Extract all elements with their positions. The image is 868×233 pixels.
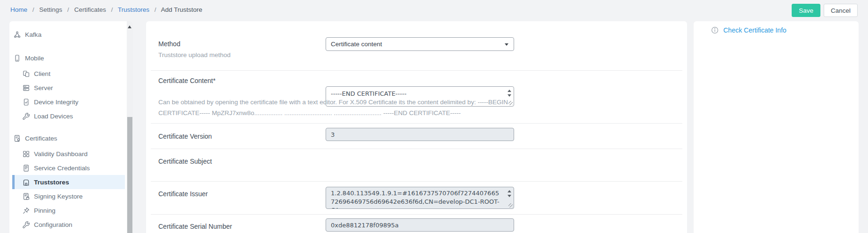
scroll-up-icon[interactable]	[508, 90, 511, 92]
check-certificate-info-link[interactable]: Check Certificate Info	[711, 26, 786, 34]
certificate-serial-value: 0xde8812178f09895a	[331, 222, 399, 229]
sidebar-item-load-devices[interactable]: Load Devices	[12, 109, 125, 123]
sidebar-item-label: Load Devices	[34, 113, 73, 120]
certificate-info-panel: Check Certificate Info	[694, 21, 859, 233]
certificate-subject-value: 1.2.840.113549.1.9.1=#1616737570706f7274…	[326, 187, 501, 209]
certificate-version-label: Certificate Version	[158, 133, 212, 140]
sidebar-item-label: Service Credentials	[34, 165, 90, 172]
sidebar-item-truststores[interactable]: Truststores	[12, 175, 125, 189]
breadcrumb-certificates: Certificates	[74, 6, 106, 13]
scroll-down-icon	[508, 195, 511, 197]
sidebar-item-label: Truststores	[34, 179, 69, 186]
divider	[151, 181, 682, 182]
sidebar-nav: Kafka Mobile Client Server Device Integr…	[9, 21, 133, 232]
divider	[151, 149, 682, 149]
header-actions: Save Cancel	[792, 4, 858, 17]
wrench-icon	[22, 221, 30, 229]
sidebar-item-label: Signing Keystore	[34, 193, 82, 200]
certificate-content-label: Certificate Content*	[158, 77, 215, 84]
breadcrumb-current-page: Add Truststore	[161, 6, 203, 13]
sidebar-item-label: Pinning	[34, 207, 56, 214]
method-select-value: Certificate content	[331, 41, 382, 48]
sidebar-item-label: Configuration	[34, 221, 72, 228]
sidebar-item-validity-dashboard[interactable]: Validity Dashboard	[12, 147, 125, 161]
divider	[151, 123, 682, 124]
certificate-issuer-label: Certificate Issuer	[158, 190, 208, 198]
info-icon	[711, 26, 719, 34]
check-certificate-info-label: Check Certificate Info	[723, 26, 786, 34]
save-button[interactable]: Save	[792, 4, 820, 17]
method-label: Method	[158, 40, 180, 48]
breadcrumb-separator: /	[155, 6, 156, 13]
scrollbar-thumb[interactable]	[127, 117, 132, 233]
sidebar-item-label: Kafka	[25, 31, 41, 38]
sidebar-item-device-integrity[interactable]: Device Integrity	[12, 95, 125, 109]
certificate-version-input: 3	[326, 128, 514, 141]
breadcrumb: Home / Settings / Certificates / Trustst…	[10, 6, 202, 13]
breadcrumb-separator: /	[67, 6, 69, 13]
kafka-icon	[13, 31, 21, 39]
certificate-subject-textarea: 1.2.840.113549.1.9.1=#1616737570706f7274…	[326, 187, 514, 209]
wrench-icon	[22, 112, 30, 120]
scroll-up-button[interactable]	[128, 25, 131, 28]
add-truststore-form-panel: Method Truststore upload method Certific…	[146, 21, 687, 233]
divider	[151, 214, 682, 215]
breadcrumb-settings: Settings	[39, 6, 62, 13]
safe-icon	[22, 178, 30, 186]
pin-icon	[22, 207, 30, 215]
sidebar-item-label: Server	[34, 84, 53, 92]
sidebar-scrollbar[interactable]	[127, 21, 133, 233]
dashboard-grid-icon	[22, 150, 30, 158]
scroll-up-icon	[508, 190, 511, 192]
breadcrumb-separator: /	[111, 6, 113, 13]
sidebar-item-label: Client	[34, 70, 50, 77]
breadcrumb-truststores-link[interactable]: Truststores	[118, 6, 149, 13]
certificate-serial-label: Certificate Serial Number	[158, 223, 232, 230]
cancel-button[interactable]: Cancel	[824, 4, 858, 17]
method-help-text: Truststore upload method	[158, 51, 230, 58]
sidebar-item-certificates[interactable]: Certificates	[12, 130, 125, 147]
certificate-serial-input: 0xde8812178f09895a	[326, 218, 514, 232]
certificate-content-help-text: Can be obtained by opening the certifica…	[158, 97, 511, 118]
top-bar: Home / Settings / Certificates / Trustst…	[0, 0, 868, 21]
document-lock-icon	[22, 192, 30, 200]
sidebar-item-pinning[interactable]: Pinning	[12, 203, 125, 217]
sidebar-item-service-credentials[interactable]: Service Credentials	[12, 161, 125, 175]
client-devices-icon	[22, 70, 30, 78]
method-select[interactable]: Certificate content	[326, 37, 514, 51]
server-icon	[22, 84, 30, 92]
chevron-down-icon	[505, 43, 508, 46]
breadcrumb-separator: /	[33, 6, 34, 13]
certificate-icon	[13, 134, 21, 142]
sidebar-item-label: Mobile	[25, 55, 44, 62]
sidebar-item-configuration[interactable]: Configuration	[12, 217, 125, 232]
resize-grip	[508, 203, 513, 208]
device-check-icon	[22, 98, 30, 106]
sidebar-item-label: Validity Dashboard	[34, 150, 88, 158]
sidebar: Kafka Mobile Client Server Device Integr…	[9, 21, 133, 233]
breadcrumb-home-link[interactable]: Home	[10, 6, 27, 13]
sidebar-item-server[interactable]: Server	[12, 81, 125, 95]
divider	[151, 70, 682, 71]
sidebar-item-kafka[interactable]: Kafka	[12, 26, 125, 43]
certificate-version-value: 3	[331, 131, 335, 138]
mobile-icon	[13, 54, 21, 62]
document-lines-icon	[22, 164, 30, 172]
sidebar-item-signing-keystore[interactable]: Signing Keystore	[12, 189, 125, 203]
sidebar-item-client[interactable]: Client	[12, 67, 125, 81]
sidebar-item-label: Device Integrity	[34, 99, 78, 106]
sidebar-item-label: Certificates	[25, 135, 57, 142]
certificate-subject-label: Certificate Subject	[158, 158, 212, 165]
sidebar-item-mobile[interactable]: Mobile	[12, 50, 125, 67]
